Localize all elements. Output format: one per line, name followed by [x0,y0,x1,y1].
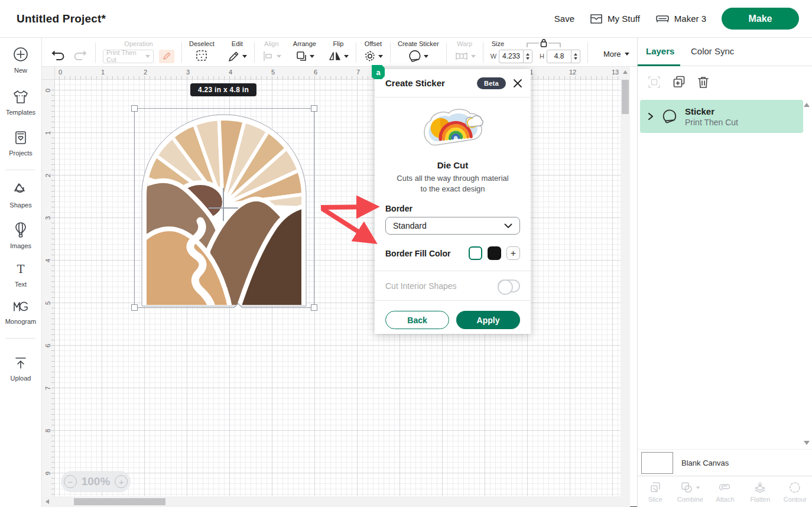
warp-icon [454,50,469,63]
more-menu-button[interactable]: More [603,50,629,58]
align-button[interactable]: Align [262,40,281,64]
tab-color-sync[interactable]: Color Sync [691,46,734,56]
fill-color-white-swatch[interactable] [469,246,482,260]
zoom-out-button[interactable]: − [64,475,77,488]
back-button[interactable]: Back [385,311,449,329]
my-stuff-button[interactable]: My Stuff [590,14,640,24]
hot-air-balloon-icon [14,222,28,240]
panel-scroll-up-arrow[interactable] [804,103,810,107]
sidebar-item-text[interactable]: T Text [14,262,28,288]
height-input[interactable]: 4.8 [547,50,580,63]
offset-icon [363,50,376,63]
redo-button[interactable] [73,48,88,63]
duplicate-icon[interactable] [672,75,686,89]
lock-linked-icon[interactable] [525,38,563,48]
canvas-horizontal-scrollbar[interactable] [42,496,630,507]
horizontal-ruler: 012345678910111213 [55,67,621,80]
add-color-button[interactable]: + [506,246,520,260]
width-stepper[interactable] [523,50,532,63]
deselect-button[interactable]: Deselect [189,40,215,63]
machine-select[interactable]: Maker 3 [655,14,706,24]
die-cut-description: Cuts all the way through material to the… [397,173,509,194]
sidebar-item-monogram[interactable]: Monogram [5,300,37,325]
shapes-icon [12,182,29,200]
flip-button[interactable]: Flip [328,40,349,64]
redo-icon [73,48,88,63]
cut-interior-label: Cut Interior Shapes [385,281,457,291]
scroll-left-arrow[interactable] [46,499,49,504]
expand-chevron-icon[interactable] [647,112,654,121]
attach-button[interactable]: Attach [707,476,742,507]
scroll-up-arrow[interactable] [623,70,628,74]
ruler-tick-label: 1 [42,129,54,172]
layers-panel: Layers Color Sync Sticker Pr [637,38,812,507]
border-select[interactable]: Standard [385,217,520,235]
contour-icon [788,480,802,495]
resize-handle-top-right[interactable] [311,105,317,112]
chevron-down-icon [696,486,700,489]
height-stepper[interactable] [571,50,580,63]
sidebar-item-shapes[interactable]: Shapes [9,182,31,209]
undo-button[interactable] [50,48,66,63]
sidebar-item-images[interactable]: Images [10,222,31,249]
pencil-icon [162,51,171,61]
ruler-tick-label: 4 [225,67,268,79]
ruler-tick-label: 5 [42,300,54,342]
fill-color-black-swatch[interactable] [488,246,501,260]
resize-handle-bottom-left[interactable] [131,304,138,311]
ruler-tick-label: 2 [140,67,183,79]
sticker-icon [408,49,422,63]
panel-scroll-down-arrow[interactable] [804,441,810,445]
warp-button[interactable]: Warp [454,40,476,64]
scrollbar-thumb[interactable] [74,498,165,505]
cut-interior-toggle[interactable] [498,280,520,292]
chevron-down-icon [145,55,150,58]
blank-canvas-row[interactable]: Blank Canvas [638,449,812,476]
operation-select[interactable]: Print Then Cut [103,50,154,63]
zoom-in-button[interactable]: + [115,475,128,488]
scrollbar-thumb[interactable] [622,80,629,114]
sidebar-item-upload[interactable]: Upload [11,355,31,382]
slice-button[interactable]: Slice [638,476,673,507]
combine-button[interactable]: Combine [673,476,707,507]
resize-handle-top-left[interactable] [131,105,138,112]
svg-text:T: T [17,262,25,275]
blank-canvas-label: Blank Canvas [681,459,729,467]
die-cut-illustration [385,105,520,155]
create-sticker-button[interactable]: Create Sticker [398,40,439,64]
ruler-tick-label: 9 [42,470,54,496]
flatten-button[interactable]: Flatten [743,476,778,507]
layer-subtitle: Print Then Cut [685,118,738,127]
edit-menu-button[interactable]: Edit [228,40,247,64]
group-icon[interactable] [647,75,661,89]
apply-button[interactable]: Apply [456,311,520,329]
undo-icon [50,48,66,63]
dimension-tooltip: 4.23 in x 4.8 in [190,83,256,96]
save-button[interactable]: Save [554,14,574,24]
vertical-ruler: 0123456789 [42,80,55,496]
tshirt-icon [12,89,29,107]
sidebar-item-projects[interactable]: Projects [9,130,33,157]
make-button[interactable]: Make [722,8,799,30]
contour-button[interactable]: Contour [778,476,812,507]
sidebar-item-templates[interactable]: Templates [6,89,35,116]
resize-handle-bottom-right[interactable] [311,304,317,311]
operation-group: Operation Print Then Cut [103,40,174,64]
design-canvas[interactable]: 4.23 in x 4.8 in − 100% + [55,80,621,496]
close-icon[interactable] [513,79,522,88]
color-swatch-button[interactable] [159,50,174,63]
offset-button[interactable]: Offset [363,40,383,64]
arrange-button[interactable]: Arrange [293,40,316,64]
upload-arrow-icon [13,355,28,373]
layer-row-sticker[interactable]: Sticker Print Then Cut [640,100,803,133]
tab-layers[interactable]: Layers [646,46,674,56]
crosshair [209,207,238,209]
ruler-tick-label: 3 [42,214,54,257]
trash-icon[interactable] [697,75,710,89]
width-input[interactable]: 4.233 [499,50,532,63]
sidebar-item-new[interactable]: New [12,46,29,74]
canvas-vertical-scrollbar[interactable] [621,67,630,496]
machine-icon [655,14,670,24]
ruler-tick-label: 3 [183,67,225,79]
size-group: Size W 4.233 H 4.8 [491,40,580,64]
